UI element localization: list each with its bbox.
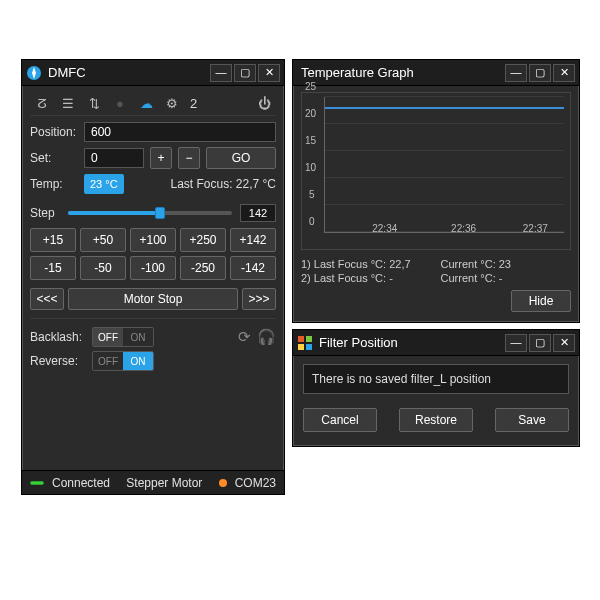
minimize-button[interactable]: — [210,64,232,82]
step-btn-plus15[interactable]: +15 [30,228,76,252]
set-label: Set: [30,151,78,165]
status-port: COM23 [235,476,276,490]
connected-indicator-icon [30,481,44,485]
hide-button[interactable]: Hide [511,290,571,312]
xtick: 22:36 [451,223,476,234]
step-btn-plus250[interactable]: +250 [180,228,226,252]
step-btn-minus50[interactable]: -50 [80,256,126,280]
port-indicator-icon [219,479,227,487]
dmfc-title: DMFC [48,65,210,80]
chart-status: 1) Last Focus °C: 22,7 2) Last Focus °C:… [301,258,571,284]
position-field[interactable] [84,122,276,142]
minimize-button[interactable]: — [505,64,527,82]
temp-label: Temp: [30,177,78,191]
step-label: Step [30,206,60,220]
maximize-button[interactable]: ▢ [529,64,551,82]
toolbar: ⵒ ☰ ⇅ ● ☁ ⚙ 2 ⏻ [30,92,276,116]
backlash-off[interactable]: OFF [93,328,123,346]
dmfc-window: DMFC — ▢ ✕ ⵒ ☰ ⇅ ● ☁ ⚙ 2 ⏻ Position: Set… [21,59,285,495]
step-btn-plus50[interactable]: +50 [80,228,126,252]
refresh-icon[interactable]: ⟳ [238,328,251,346]
backlash-label: Backlash: [30,330,84,344]
position-label: Position: [30,125,78,139]
motor-stop-button[interactable]: Motor Stop [68,288,238,310]
svg-rect-3 [298,344,304,350]
reverse-off[interactable]: OFF [93,352,123,370]
status-motor-type: Stepper Motor [118,476,211,490]
backlash-on[interactable]: ON [123,328,153,346]
filter-app-icon [297,335,313,351]
step-btn-minus15[interactable]: -15 [30,256,76,280]
step-btn-minus250[interactable]: -250 [180,256,226,280]
step-value: 142 [240,204,276,222]
circle-icon[interactable]: ● [112,96,128,112]
filter-title: Filter Position [319,335,505,350]
power-icon[interactable]: ⏻ [256,96,272,112]
chart-series-line [325,107,564,109]
reverse-on[interactable]: ON [123,352,153,370]
motor-back-button[interactable]: <<< [30,288,64,310]
step-btn-minus100[interactable]: -100 [130,256,176,280]
app-icon [26,65,42,81]
close-button[interactable]: ✕ [553,334,575,352]
svg-rect-1 [298,336,304,342]
current2-label: Current °C: - [441,272,511,284]
lastfocus1-label: 1) Last Focus °C: 22,7 [301,258,411,270]
motor-fwd-button[interactable]: >>> [242,288,276,310]
go-button[interactable]: GO [206,147,276,169]
maximize-button[interactable]: ▢ [529,334,551,352]
filter-message: There is no saved filter_L position [303,364,569,394]
temperature-chart: 0 5 10 15 20 25 22:34 22:36 22:37 [301,92,571,250]
cancel-button[interactable]: Cancel [303,408,377,432]
save-button[interactable]: Save [495,408,569,432]
up-down-icon[interactable]: ⇅ [86,96,102,112]
close-button[interactable]: ✕ [553,64,575,82]
status-connected: Connected [52,476,110,490]
toolbar-number: 2 [190,96,197,111]
close-button[interactable]: ✕ [258,64,280,82]
dmfc-titlebar[interactable]: DMFC — ▢ ✕ [22,60,284,86]
maximize-button[interactable]: ▢ [234,64,256,82]
restore-button[interactable]: Restore [399,408,473,432]
plus-button[interactable]: + [150,147,172,169]
backlash-toggle[interactable]: OFF ON [92,327,154,347]
cloud-icon[interactable]: ☁ [138,96,154,112]
usb-icon[interactable]: ⵒ [34,96,50,112]
step-btn-plus100[interactable]: +100 [130,228,176,252]
xtick: 22:34 [372,223,397,234]
current1-label: Current °C: 23 [441,258,511,270]
step-btn-plus142[interactable]: +142 [230,228,276,252]
svg-rect-2 [306,336,312,342]
xtick: 22:37 [523,223,548,234]
temperature-graph-window: Temperature Graph — ▢ ✕ 0 5 10 15 20 25 [292,59,580,323]
graph-titlebar[interactable]: Temperature Graph — ▢ ✕ [293,60,579,86]
step-btn-minus142[interactable]: -142 [230,256,276,280]
bars-icon[interactable]: ☰ [60,96,76,112]
reverse-label: Reverse: [30,354,84,368]
filter-position-window: Filter Position — ▢ ✕ There is no saved … [292,329,580,447]
step-slider[interactable] [68,206,232,220]
set-input[interactable] [91,151,137,165]
minus-button[interactable]: − [178,147,200,169]
minimize-button[interactable]: — [505,334,527,352]
position-input[interactable] [91,125,269,139]
slider-thumb[interactable] [155,207,165,219]
graph-title: Temperature Graph [301,65,505,80]
filter-titlebar[interactable]: Filter Position — ▢ ✕ [293,330,579,356]
reverse-toggle[interactable]: OFF ON [92,351,154,371]
lastfocus2-label: 2) Last Focus °C: - [301,272,411,284]
svg-rect-4 [306,344,312,350]
status-bar: Connected Stepper Motor COM23 [22,470,284,494]
step-button-grid: +15 +50 +100 +250 +142 -15 -50 -100 -250… [30,228,276,280]
headphones-icon[interactable]: 🎧 [257,328,276,346]
temp-badge: 23 °C [84,174,124,194]
set-field[interactable] [84,148,144,168]
last-focus-label: Last Focus: 22,7 °C [170,177,276,191]
gear-icon[interactable]: ⚙ [164,96,180,112]
